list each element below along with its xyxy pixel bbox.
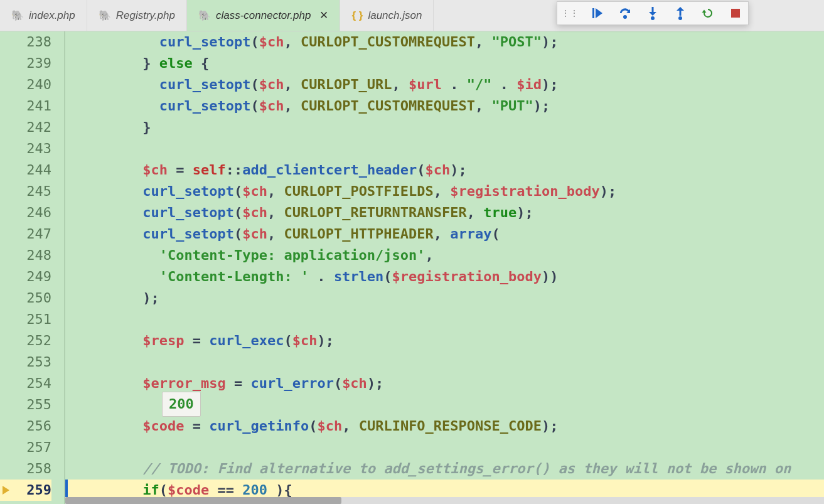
token-punct: ); [542, 418, 559, 434]
stop-button[interactable] [727, 4, 744, 22]
token-punct: ( [250, 98, 259, 114]
code-line[interactable]: curl_setopt($ch, CURLOPT_HTTPHEADER, arr… [65, 223, 824, 245]
tab-label: class-connector.php [216, 9, 311, 22]
close-icon[interactable]: ✕ [319, 9, 328, 22]
code-line[interactable]: $code = curl_getinfo($ch, CURLINFO_RESPO… [65, 416, 824, 437]
tab-label: index.php [29, 9, 75, 22]
code-line[interactable] [65, 351, 824, 373]
token-punct: } [142, 55, 159, 71]
code-line[interactable]: curl_setopt($ch, CURLOPT_CUSTOMREQUEST, … [65, 95, 824, 117]
code-line[interactable] [65, 138, 824, 159]
code-line[interactable]: curl_setopt($ch, CURLOPT_URL, $url . "/"… [65, 74, 824, 95]
code-line[interactable]: $ch = self::add_clientcert_header($ch); [65, 159, 824, 181]
code-line[interactable]: curl_setopt($ch, CURLOPT_POSTFIELDS, $re… [65, 181, 824, 202]
line-number: 258 [0, 458, 51, 480]
token-punct: ( [383, 269, 392, 284]
line-number: 240 [0, 74, 51, 95]
token-fn: curl_setopt [142, 183, 234, 199]
line-number: 242 [0, 117, 51, 138]
drag-handle-icon[interactable]: ⋮⋮ [561, 8, 579, 18]
token-fn: curl_setopt [142, 205, 234, 220]
token-fn: curl_exec [209, 333, 284, 348]
line-number: 245 [0, 181, 51, 202]
token-str: "/" [467, 77, 492, 92]
token-punct: ); [542, 77, 559, 92]
code-line[interactable]: } [65, 117, 824, 138]
token-var: $id [516, 77, 542, 92]
token-punct: ); [516, 205, 533, 220]
svg-rect-3 [652, 7, 654, 13]
token-punct: = [168, 162, 193, 178]
token-kw: true [483, 205, 516, 220]
line-number: 257 [0, 437, 51, 458]
code-line[interactable]: // TODO: Find alternative to add_setting… [65, 458, 824, 480]
line-number: 244 [0, 159, 51, 181]
code-line[interactable]: curl_setopt($ch, CURLOPT_RETURNTRANSFER,… [65, 202, 824, 223]
code-line[interactable]: $resp = curl_exec($ch); [65, 330, 824, 351]
token-var: $ch [292, 333, 318, 348]
code-line[interactable]: 'Content-Type: application/json', [65, 245, 824, 266]
token-punct: ( [492, 226, 500, 242]
line-number: 239 [0, 53, 51, 74]
debug-toolbar[interactable]: ⋮⋮ [557, 1, 749, 25]
step-out-button[interactable] [672, 4, 689, 22]
token-punct: )) [542, 269, 559, 284]
token-num: 200 [242, 482, 267, 498]
token-punct: , [267, 183, 284, 199]
code-line[interactable]: $error_msg = curl_error($ch); [65, 373, 824, 394]
token-punct: , [392, 77, 409, 92]
token-const: CURLINFO_RESPONSE_CODE [359, 418, 542, 434]
token-punct: ( [159, 482, 168, 498]
php-icon: 🐘 [11, 9, 24, 21]
line-number: 246 [0, 202, 51, 223]
token-punct: ( [234, 205, 242, 220]
svg-marker-4 [649, 12, 656, 16]
code-editor[interactable]: 2382392402412422432442452462472482492502… [0, 31, 824, 504]
continue-button[interactable] [589, 4, 606, 22]
token-cmt: // TODO: Find alternative to add_setting… [142, 461, 791, 476]
line-number: 247 [0, 223, 51, 245]
token-var: $ch [317, 418, 342, 434]
token-const: CURLOPT_RETURNTRANSFER [284, 205, 466, 220]
token-punct: ); [542, 34, 559, 50]
code-line[interactable]: } else { [65, 53, 824, 74]
token-punct: ( [234, 183, 242, 199]
code-area[interactable]: curl_setopt($ch, CURLOPT_CUSTOMREQUEST, … [65, 31, 824, 504]
step-over-button[interactable] [616, 4, 634, 22]
token-var: $ch [242, 183, 267, 199]
line-number: 243 [0, 138, 51, 159]
token-fn: array [450, 226, 491, 242]
scrollbar-thumb[interactable] [65, 497, 341, 504]
token-punct: , [284, 34, 301, 50]
token-var: $code [142, 418, 184, 434]
svg-point-2 [623, 15, 627, 19]
step-into-button[interactable] [644, 4, 661, 22]
code-line[interactable] [65, 437, 824, 458]
tab-class-connector-php[interactable]: 🐘 class-connector.php ✕ [187, 0, 341, 31]
code-line[interactable]: curl_setopt($ch, CURLOPT_CUSTOMREQUEST, … [65, 31, 824, 53]
token-kw: if [142, 482, 159, 498]
code-line[interactable] [65, 309, 824, 330]
code-line[interactable]: 'Content-Length: ' . strlen($registratio… [65, 266, 824, 287]
tab-registry-php[interactable]: 🐘 Registry.php [87, 0, 187, 31]
token-const: CURLOPT_POSTFIELDS [284, 183, 433, 199]
token-var: $resp [142, 333, 184, 348]
line-number: 248 [0, 245, 51, 266]
tab-launch-json[interactable]: { } launch.json [340, 0, 434, 31]
token-punct: , [475, 98, 492, 114]
token-const: CURLOPT_CUSTOMREQUEST [301, 34, 475, 50]
tab-index-php[interactable]: 🐘 index.php [0, 0, 87, 31]
line-number: 241 [0, 95, 51, 117]
line-number-gutter: 2382392402412422432442452462472482492502… [0, 31, 65, 504]
code-line[interactable]: ); [65, 287, 824, 309]
token-fn: curl_setopt [142, 226, 234, 242]
line-number: 253 [0, 351, 51, 373]
line-number: 251 [0, 309, 51, 330]
horizontal-scrollbar[interactable] [65, 497, 824, 504]
line-number: 249 [0, 266, 51, 287]
token-var: $ch [259, 77, 284, 92]
token-punct: , [284, 98, 301, 114]
restart-button[interactable] [699, 4, 717, 22]
token-const: CURLOPT_CUSTOMREQUEST [301, 98, 475, 114]
token-punct: ( [250, 34, 259, 50]
